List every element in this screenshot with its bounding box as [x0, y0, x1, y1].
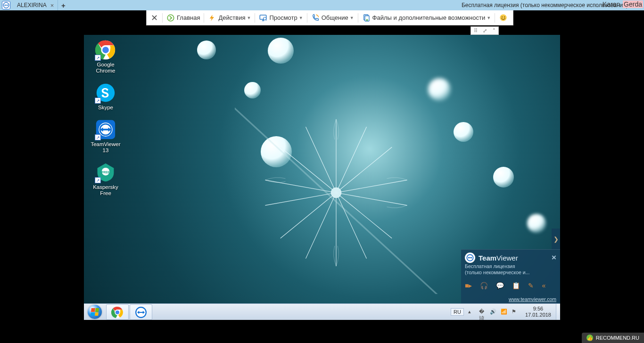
- clock-date: 17.01.2018: [525, 312, 551, 318]
- teamviewer-titlebar: ALEXIRINA × + Бесплатная лицензия (тольк…: [0, 0, 644, 10]
- teamviewer-logo-icon: [2, 1, 10, 9]
- svg-point-1: [167, 15, 174, 21]
- teamviewer-session-panel: TeamViewer × Бесплатная лицензия (только…: [461, 249, 560, 303]
- network-icon[interactable]: 📶: [501, 309, 507, 315]
- panel-subtitle-2: (только некоммерческое и...: [465, 270, 556, 275]
- clipboard-icon[interactable]: 📋: [512, 282, 520, 289]
- remote-desktop: ↗ Google Chrome ↗ Skype ↗ TeamViewer 13 …: [84, 35, 560, 320]
- icon-label: Google Chrome: [88, 62, 124, 74]
- chevron-down-icon: ▼: [299, 16, 303, 20]
- svg-point-7: [502, 16, 503, 17]
- show-desktop-button[interactable]: [556, 304, 560, 320]
- icon-label: Skype: [98, 105, 113, 111]
- actions-menu[interactable]: Действия▼: [204, 10, 255, 25]
- kaspersky-icon: FREE ↗: [95, 162, 116, 183]
- new-tab-button[interactable]: +: [58, 1, 68, 9]
- icon-label: TeamViewer 13: [88, 141, 124, 154]
- feedback-button[interactable]: [495, 10, 513, 25]
- svg-point-8: [504, 16, 505, 17]
- watermark-text: RECOMMEND.RU: [596, 335, 639, 341]
- close-session-button[interactable]: ✕: [147, 10, 162, 25]
- clock[interactable]: 9:56 17.01.2018: [522, 306, 554, 318]
- smile-icon: [499, 14, 507, 22]
- communicate-label: Общение: [322, 14, 348, 21]
- chevron-up-icon: ˄: [493, 28, 495, 34]
- image-watermark: Karen Gerda: [602, 0, 643, 8]
- chat-icon[interactable]: 💬: [496, 282, 504, 289]
- shortcut-arrow-icon: ↗: [95, 55, 101, 61]
- shortcut-arrow-icon: ↗: [95, 134, 101, 140]
- remote-taskbar: RU ▴ �旑 🔊 📶 ⚑ 9:56 17.01.2018: [84, 303, 560, 320]
- thumbs-up-icon: 👍: [586, 335, 593, 341]
- chevron-down-icon: ▼: [247, 16, 251, 20]
- clock-time: 9:56: [525, 306, 551, 312]
- chrome-icon: ↗: [95, 40, 116, 60]
- expand-icon: ⤢: [483, 28, 487, 34]
- windows-logo-icon: [91, 308, 99, 316]
- actions-label: Действия: [218, 14, 245, 21]
- monitor-icon: [259, 14, 267, 22]
- desktop-icon-chrome[interactable]: ↗ Google Chrome: [88, 40, 124, 74]
- headset-icon[interactable]: 🎧: [480, 282, 488, 289]
- phone-icon: [311, 14, 320, 22]
- desktop-icon-skype[interactable]: ↗ Skype: [88, 82, 124, 111]
- desktop-icons: ↗ Google Chrome ↗ Skype ↗ TeamViewer 13 …: [88, 40, 124, 196]
- chevron-down-icon: ▼: [350, 16, 354, 20]
- teamviewer-link[interactable]: www.teamviewer.com: [509, 296, 556, 302]
- collapse-icon[interactable]: «: [542, 282, 545, 289]
- wallpaper-flower: [235, 91, 438, 294]
- close-tab-icon[interactable]: ×: [50, 2, 54, 9]
- taskbar-app-teamviewer[interactable]: [130, 304, 152, 320]
- bolt-icon: [208, 14, 216, 22]
- system-tray: RU ▴ �旑 🔊 📶 ⚑ 9:56 17.01.2018: [449, 306, 556, 318]
- skype-icon: ↗: [95, 82, 116, 103]
- start-button[interactable]: [84, 304, 106, 320]
- home-label: Главная: [177, 14, 200, 21]
- home-button[interactable]: Главная: [163, 10, 204, 25]
- grip-icon: ⠿: [474, 28, 478, 34]
- tray-up-icon[interactable]: ▴: [468, 309, 475, 315]
- shortcut-arrow-icon: ↗: [95, 177, 101, 183]
- home-icon: [166, 14, 175, 22]
- language-indicator[interactable]: RU: [451, 308, 464, 316]
- files-label: Файлы и дополнительные возможности: [372, 14, 486, 21]
- panel-close-button[interactable]: ×: [552, 253, 556, 262]
- panel-tool-row: ■​▸ 🎧 💬 📋 ✎ «: [465, 282, 556, 289]
- svg-point-3: [264, 17, 266, 20]
- view-label: Просмотр: [269, 14, 297, 21]
- shortcut-arrow-icon: ↗: [95, 98, 101, 104]
- brush-icon[interactable]: ✎: [528, 282, 534, 289]
- communicate-menu[interactable]: Общение▼: [307, 10, 358, 25]
- svg-text:FREE: FREE: [101, 171, 110, 174]
- source-watermark: 👍 RECOMMEND.RU: [582, 333, 644, 343]
- session-toolbar: ✕ Главная Действия▼ Просмотр▼ Общение▼ Ф…: [146, 10, 513, 25]
- desktop-icon-kaspersky[interactable]: FREE ↗ Kaspersky Free: [88, 162, 124, 196]
- svg-point-6: [500, 14, 506, 21]
- teamviewer-icon: ↗: [95, 119, 116, 140]
- panel-title: Viewer: [496, 254, 518, 262]
- video-icon[interactable]: ■​▸: [465, 282, 472, 289]
- files-menu[interactable]: Файлы и дополнительные возможности▼: [358, 10, 495, 25]
- toolbar-handle[interactable]: ⠿ ⤢ ˄: [471, 26, 499, 35]
- session-tab[interactable]: ALEXIRINA ×: [12, 0, 58, 10]
- view-menu[interactable]: Просмотр▼: [255, 10, 306, 25]
- panel-expand-tab[interactable]: ❯: [552, 229, 560, 249]
- taskbar-app-chrome[interactable]: [106, 304, 129, 320]
- flag-icon[interactable]: ⚑: [512, 309, 518, 315]
- volume-icon[interactable]: 🔊: [490, 309, 496, 315]
- icon-label: Kaspersky Free: [88, 184, 124, 196]
- action-center-icon[interactable]: �旑: [479, 309, 486, 315]
- session-tab-label: ALEXIRINA: [17, 2, 47, 8]
- chevron-down-icon: ▼: [487, 16, 491, 20]
- desktop-icon-teamviewer[interactable]: ↗ TeamViewer 13: [88, 119, 124, 154]
- panel-subtitle-1: Бесплатная лицензия: [465, 263, 556, 269]
- files-icon: [362, 14, 371, 22]
- teamviewer-logo-icon: [465, 253, 475, 263]
